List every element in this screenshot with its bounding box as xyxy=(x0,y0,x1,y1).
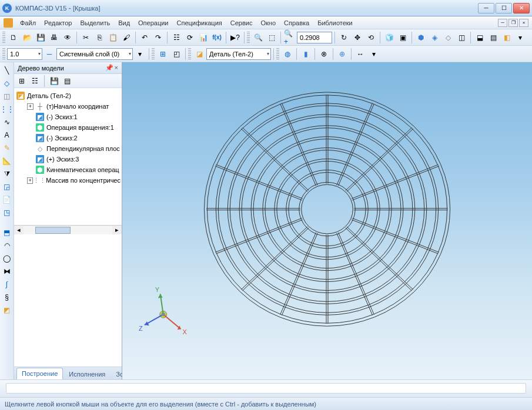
hole-tool-button[interactable]: ◯ xyxy=(1,253,13,264)
text-tool-button[interactable]: A xyxy=(1,129,13,141)
wireframe-button[interactable]: ◈ xyxy=(428,31,441,44)
menu-editor[interactable]: Редактор xyxy=(41,18,75,28)
part-dropdown[interactable]: Деталь (Тел-2) xyxy=(206,48,271,60)
zoom-in-button[interactable]: 🔍+ xyxy=(283,31,296,44)
menu-libraries[interactable]: Библиотеки xyxy=(314,18,356,28)
save-button[interactable]: 💾 xyxy=(34,31,47,44)
paste-button[interactable]: 📋 xyxy=(106,31,119,44)
curve-tool-button[interactable]: ∿ xyxy=(1,116,13,128)
extrude-tool-button[interactable]: ⬒ xyxy=(1,227,13,238)
menu-operations[interactable]: Операции xyxy=(135,18,172,28)
layer-dropdown[interactable]: Системный слой (0) xyxy=(56,48,133,60)
more-button[interactable]: ▾ xyxy=(514,31,527,44)
tab-variants[interactable]: Исполнения xyxy=(64,369,110,379)
toolbar-grip[interactable] xyxy=(2,48,5,60)
mdi-restore-button[interactable]: ❐ xyxy=(508,19,518,27)
report-tool-button[interactable]: 📄 xyxy=(1,194,13,206)
format-painter-button[interactable]: 🖌 xyxy=(120,31,133,44)
helix-tool-button[interactable]: § xyxy=(1,291,13,303)
variables-button[interactable]: 📊 xyxy=(197,31,210,44)
undo-button[interactable]: ↶ xyxy=(138,31,151,44)
open-button[interactable]: 📂 xyxy=(21,31,34,44)
copy-button[interactable]: ⎘ xyxy=(93,31,106,44)
expand-icon[interactable]: + xyxy=(27,103,34,110)
menu-service[interactable]: Сервис xyxy=(227,18,256,28)
tree-node-sketch3[interactable]: ◩ (+) Эскиз:3 xyxy=(15,154,121,164)
cut-button[interactable]: ✂ xyxy=(79,31,92,44)
rotate-button[interactable]: ↻ xyxy=(337,31,350,44)
scale-dropdown[interactable]: 1.0 xyxy=(7,48,42,60)
texture-button[interactable]: ◧ xyxy=(500,31,513,44)
active-part-button[interactable]: ◪ xyxy=(193,48,206,61)
minimize-button[interactable]: ─ xyxy=(478,3,494,14)
tree-list-button[interactable]: ▤ xyxy=(62,76,72,86)
help-pointer-button[interactable]: ▶? xyxy=(229,31,242,44)
tree-node-origin[interactable]: + ┼ (т)Начало координат xyxy=(15,101,121,112)
tree-node-plane[interactable]: ◇ Перпендикулярная плос xyxy=(15,143,121,154)
tree-node-sketch2[interactable]: ◩ (-) Эскиз:2 xyxy=(15,133,121,143)
tree-config-button[interactable]: ⊞ xyxy=(16,76,27,86)
tree-node-sketch1[interactable]: ◩ (-) Эскиз:1 xyxy=(15,112,121,122)
shade-button[interactable]: ⬢ xyxy=(414,31,427,44)
toolbar-grip[interactable] xyxy=(2,32,5,43)
rebuild-button[interactable]: ⟳ xyxy=(183,31,196,44)
tree-filter-button[interactable]: ☷ xyxy=(29,76,40,86)
zoom-window-button[interactable]: ⬚ xyxy=(265,31,278,44)
measure-tool-button[interactable]: 📐 xyxy=(1,155,13,167)
tree-save-button[interactable]: 💾 xyxy=(49,76,59,86)
reference-button[interactable]: ⊕ xyxy=(336,48,349,61)
snap-button[interactable]: ⊞ xyxy=(156,48,169,61)
sketch-tool-button[interactable]: ✎ xyxy=(1,142,13,154)
mdi-close-button[interactable]: × xyxy=(519,19,528,27)
tree-node-sweep[interactable]: ⬢ Кинематическая операц xyxy=(15,164,121,175)
clip-button[interactable]: ▤ xyxy=(487,31,500,44)
menu-spec[interactable]: Спецификация xyxy=(173,18,226,28)
toolbar-grip[interactable] xyxy=(247,32,250,43)
tree-body[interactable]: ◪ Деталь (Тел-2) + ┼ (т)Начало координат… xyxy=(14,88,122,225)
hide-button[interactable]: ⊗ xyxy=(317,48,330,61)
toolbar-grip[interactable] xyxy=(276,48,279,60)
material-button[interactable]: ▮ xyxy=(299,48,312,61)
close-button[interactable]: ✕ xyxy=(513,3,530,14)
iso-button[interactable]: ▣ xyxy=(396,31,409,44)
render-mode-button[interactable]: ◍ xyxy=(281,48,294,61)
line-tool-button[interactable]: ╲ xyxy=(1,65,13,76)
surface-tool-button[interactable]: ◇ xyxy=(1,78,13,89)
fx-button[interactable]: f(x) xyxy=(210,31,223,44)
mdi-minimize-button[interactable]: ─ xyxy=(498,19,507,27)
preview-button[interactable]: 👁 xyxy=(61,31,74,44)
tree-close-button[interactable]: × xyxy=(115,64,118,72)
sketch-edit-button[interactable]: ◩ xyxy=(1,304,13,316)
print-button[interactable]: 🖶 xyxy=(48,31,61,44)
menu-help[interactable]: Справка xyxy=(280,18,313,28)
new-button[interactable]: 🗋 xyxy=(7,31,20,44)
spline-tool-button[interactable]: ∫ xyxy=(1,278,13,290)
properties-button[interactable]: ☷ xyxy=(170,31,183,44)
pattern-tool-button[interactable]: ⋮⋮ xyxy=(1,103,13,115)
spec-tool-button[interactable]: ◲ xyxy=(1,181,13,193)
refresh-view-button[interactable]: ⟲ xyxy=(364,31,377,44)
tree-root-node[interactable]: ◪ Деталь (Тел-2) xyxy=(15,90,121,101)
toolbar-grip[interactable] xyxy=(152,48,155,60)
section-button[interactable]: ⬓ xyxy=(473,31,486,44)
mirror-tool-button[interactable]: ⧓ xyxy=(1,266,13,277)
pan-button[interactable]: ✥ xyxy=(351,31,364,44)
command-input[interactable] xyxy=(6,383,526,394)
toolbar-grip[interactable] xyxy=(188,48,191,60)
menu-window[interactable]: Окно xyxy=(257,18,279,28)
redo-button[interactable]: ↷ xyxy=(152,31,165,44)
expand-icon[interactable]: + xyxy=(27,177,33,184)
more-button[interactable]: ▾ xyxy=(367,48,380,61)
3d-viewport[interactable]: X Y Z xyxy=(122,62,532,379)
filter-tool-button[interactable]: ⧩ xyxy=(1,168,13,180)
tree-node-pattern[interactable]: + ⋮⋮ Массив по концентричес xyxy=(15,175,121,186)
perspective-button[interactable]: ◫ xyxy=(455,31,468,44)
menu-select[interactable]: Выделить xyxy=(76,18,113,28)
menu-view[interactable]: Вид xyxy=(115,18,133,28)
layer-manage-button[interactable]: ▾ xyxy=(133,48,146,61)
orient-button[interactable]: 🧊 xyxy=(383,31,396,44)
snap-end-button[interactable]: ◰ xyxy=(170,48,183,61)
dimension-button[interactable]: ↔ xyxy=(354,48,367,61)
tree-node-revolve[interactable]: ⬢ Операция вращения:1 xyxy=(15,122,121,133)
tree-pin-button[interactable]: 📌 xyxy=(105,64,113,72)
